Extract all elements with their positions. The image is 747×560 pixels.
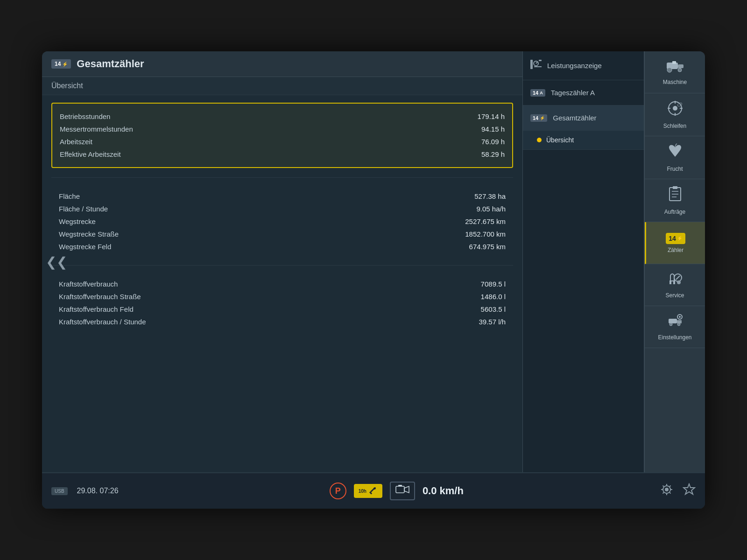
sidebar-label-schleifen: Schleifen [663, 123, 686, 129]
svg-point-11 [673, 106, 677, 111]
value-flache: 527.38 ha [474, 192, 506, 200]
svg-marker-36 [684, 484, 695, 494]
mid-panel: Leistungsanzeige 14A Tageszähler A 14⚡ G… [523, 51, 644, 472]
svg-marker-32 [404, 486, 409, 493]
label-effektive-arbeitszeit: Effektive Arbeitszeit [60, 150, 121, 158]
mid-item-tageszahler[interactable]: 14A Tageszähler A [523, 80, 644, 105]
mid-label-tageszahler: Tageszähler A [551, 89, 595, 97]
panel-header: 14 ⚡ Gesamtzähler [42, 51, 522, 77]
value-wegstrecke: 2527.675 km [465, 217, 506, 225]
data-row: Kraftstoffverbrauch / Stunde 39.57 l/h [59, 315, 506, 328]
data-row: Kraftstoffverbrauch Straße 1486.0 l [59, 290, 506, 303]
mid-item-gesamtzahler[interactable]: 14⚡ Gesamtzähler [523, 105, 644, 131]
datetime-display: 29.08. 07:26 [77, 487, 133, 495]
data-row: Betriebsstunden 179.14 h [60, 110, 505, 123]
ubersicht-dot [537, 138, 542, 142]
panel-subtitle: Übersicht [42, 77, 522, 95]
badge-icon: ⚡ [62, 62, 68, 67]
value-betriebsstunden: 179.14 h [478, 112, 505, 120]
value-kraftstoff-stunde: 39.57 l/h [479, 318, 506, 326]
svg-rect-4 [539, 60, 542, 61]
screen: ❮❮ 14 ⚡ Gesamtzähler Übersicht Betriebss… [42, 51, 705, 509]
label-arbeitszeit: Arbeitszeit [60, 138, 92, 146]
svg-rect-3 [534, 66, 542, 67]
label-wegstrecke: Wegstrecke [59, 217, 96, 225]
data-row: Kraftstoffverbrauch 7089.5 l [59, 278, 506, 290]
data-row: Arbeitszeit 76.09 h [60, 135, 505, 148]
main-area: ❮❮ 14 ⚡ Gesamtzähler Übersicht Betriebss… [42, 51, 705, 472]
label-flache-stunde: Fläche / Stunde [59, 205, 108, 213]
label-betriebsstunden: Betriebsstunden [60, 112, 110, 120]
sidebar-label-zahler: Zähler [668, 247, 684, 253]
status-bar: USB 29.08. 07:26 P 10h [42, 472, 705, 509]
data-row: Wegstrecke Straße 1852.700 km [59, 228, 506, 240]
highlighted-data-block: Betriebsstunden 179.14 h Messertrommelst… [51, 103, 513, 168]
mid-subitem-ubersicht[interactable]: Übersicht [523, 131, 644, 150]
star-icon[interactable] [683, 483, 696, 499]
wrench-badge: 10h [354, 484, 382, 498]
value-wegstrecke-feld: 674.975 km [469, 243, 506, 251]
value-kraftstoff-strasse: 1486.0 l [481, 293, 506, 301]
camera-icon [395, 484, 409, 495]
maschine-icon [666, 59, 684, 76]
label-wegstrecke-strasse: Wegstrecke Straße [59, 230, 119, 238]
value-messertrommelstunden: 94.15 h [481, 125, 505, 133]
settings-icon[interactable] [660, 483, 673, 499]
separator [51, 177, 513, 178]
value-arbeitszeit: 76.09 h [481, 138, 505, 146]
sidebar-label-frucht: Frucht [667, 166, 683, 172]
sidebar-item-service[interactable]: Service [645, 264, 705, 306]
value-kraftstoffverbrauch: 7089.5 l [481, 280, 506, 288]
sidebar-item-zahler[interactable]: 14 ⚡ Zähler [645, 222, 705, 264]
frucht-icon [667, 143, 684, 163]
label-kraftstoff-stunde: Kraftstoffverbrauch / Stunde [59, 318, 146, 326]
data-row: Wegstrecke Feld 674.975 km [59, 240, 506, 253]
auftrage-icon [668, 186, 682, 206]
sidebar-item-frucht[interactable]: Frucht [645, 136, 705, 179]
flache-data-block: Fläche 527.38 ha Fläche / Stunde 9.05 ha… [51, 185, 513, 258]
svg-point-27 [677, 323, 680, 326]
sidebar-label-maschine: Maschine [663, 79, 687, 85]
svg-rect-31 [396, 486, 404, 493]
camera-indicator [390, 482, 415, 500]
zahler-icon: 14 ⚡ [666, 233, 685, 244]
screen-container: ❮❮ 14 ⚡ Gesamtzähler Übersicht Betriebss… [42, 51, 705, 509]
sidebar-item-auftrage[interactable]: Aufträge [645, 179, 705, 222]
label-wegstrecke-feld: Wegstrecke Feld [59, 243, 111, 251]
kraftstoff-data-block: Kraftstoffverbrauch 7089.5 l Kraftstoffv… [51, 273, 513, 333]
sidebar-label-service: Service [665, 292, 684, 299]
parking-indicator: P [330, 483, 346, 499]
mid-item-leistungsanzeige[interactable]: Leistungsanzeige [523, 51, 644, 80]
sidebar-item-schleifen[interactable]: Schleifen [645, 93, 705, 136]
ubersicht-label: Übersicht [546, 136, 574, 144]
sidebar-item-maschine[interactable]: Maschine [645, 51, 705, 93]
data-row: Effektive Arbeitszeit 58.29 h [60, 148, 505, 161]
data-row: Wegstrecke 2527.675 km [59, 215, 506, 228]
svg-rect-30 [369, 491, 372, 494]
data-row: Kraftstoffverbrauch Feld 5603.5 l [59, 303, 506, 315]
gesamtzahler-badge: 14⚡ [530, 114, 547, 122]
wrench-hours-label: 10h [359, 489, 366, 494]
data-row: Messertrommelstunden 94.15 h [60, 123, 505, 135]
label-messertrommelstunden: Messertrommelstunden [60, 125, 133, 133]
svg-rect-33 [398, 485, 402, 486]
service-icon [668, 271, 683, 289]
schleifen-icon [667, 100, 684, 120]
left-panel: ❮❮ 14 ⚡ Gesamtzähler Übersicht Betriebss… [42, 51, 523, 472]
value-effektive-arbeitszeit: 58.29 h [481, 150, 505, 158]
chevron-left-button[interactable]: ❮❮ [46, 254, 67, 270]
badge-14: 14 ⚡ [51, 59, 71, 69]
svg-point-34 [665, 488, 669, 491]
right-sidebar: Maschine [644, 51, 705, 472]
svg-rect-9 [672, 61, 676, 64]
label-flache: Fläche [59, 192, 80, 200]
svg-point-29 [679, 316, 681, 318]
data-row: Fläche 527.38 ha [59, 190, 506, 203]
svg-line-2 [536, 62, 538, 63]
svg-point-26 [669, 323, 672, 326]
svg-point-8 [678, 68, 682, 72]
badge-number: 14 [55, 61, 61, 67]
sidebar-item-einstellungen[interactable]: Einstellungen [645, 306, 705, 348]
data-row: Fläche / Stunde 9.05 ha/h [59, 203, 506, 215]
separator [51, 265, 513, 266]
